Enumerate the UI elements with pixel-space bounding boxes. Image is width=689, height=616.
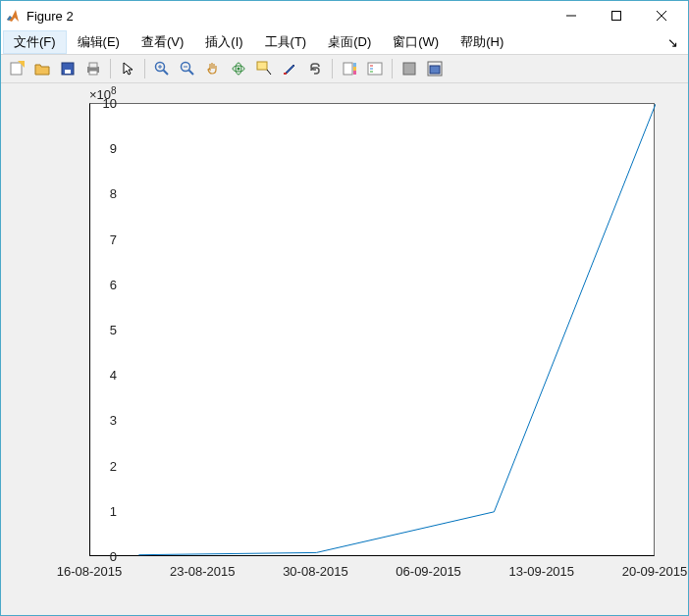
menubar: 文件(F) 编辑(E) 查看(V) 插入(I) 工具(T) 桌面(D) 窗口(W… [1,30,688,54]
zoom-out-icon[interactable] [176,57,199,80]
svg-point-20 [238,68,240,71]
dock-toggle-icon[interactable]: ↘ [667,35,686,50]
menu-help[interactable]: 帮助(H) [450,30,514,54]
svg-rect-21 [257,62,267,70]
y-tick-label: 10 [68,96,117,111]
separator [144,59,145,78]
titlebar: Figure 2 [1,1,688,30]
svg-rect-7 [65,70,71,74]
window-title: Figure 2 [26,9,74,24]
pointer-icon[interactable] [116,57,139,80]
plot-area: ×108 012345678910 16-08-201523-08-201530… [1,83,688,615]
y-tick-label: 4 [68,368,117,383]
y-tick-label: 6 [68,277,117,291]
link-plot-icon[interactable] [303,57,327,80]
svg-rect-4 [11,63,22,75]
separator [110,59,111,78]
y-tick-label: 7 [68,231,117,246]
x-tick-label: 13-09-2015 [509,564,575,579]
data-cursor-icon[interactable] [252,57,276,80]
separator [332,59,333,78]
x-tick-label: 16-08-2015 [57,564,123,579]
save-icon[interactable] [56,57,80,80]
menu-file[interactable]: 文件(F) [3,30,67,54]
y-tick-label: 8 [68,186,117,201]
axes[interactable] [89,103,655,556]
svg-rect-10 [89,71,97,75]
x-tick-label: 23-08-2015 [170,564,236,579]
menu-window[interactable]: 窗口(W) [382,30,450,54]
y-tick-label: 2 [68,458,117,473]
toolbar [1,54,688,83]
svg-line-16 [189,71,194,76]
svg-rect-32 [403,63,415,75]
dock-icon[interactable] [423,57,447,80]
new-figure-icon[interactable] [5,57,28,80]
menu-tools[interactable]: 工具(T) [254,30,318,54]
svg-rect-1 [612,12,621,21]
y-tick-label: 5 [68,323,117,337]
y-tick-label: 1 [68,503,117,518]
x-tick-label: 30-08-2015 [283,564,348,579]
rotate3d-icon[interactable] [227,57,250,80]
svg-rect-9 [89,63,97,68]
close-button[interactable] [639,1,684,30]
y-tick-label: 9 [68,141,117,156]
separator [392,59,393,78]
x-tick-label: 06-09-2015 [396,564,461,579]
svg-rect-26 [353,63,356,67]
brush-icon[interactable] [278,57,301,80]
menu-insert[interactable]: 插入(I) [194,30,253,54]
pan-icon[interactable] [201,57,225,80]
y-tick-label: 0 [68,549,117,564]
svg-rect-24 [344,63,352,75]
svg-rect-34 [430,66,440,74]
data-line [90,104,656,557]
svg-line-22 [267,70,271,75]
menu-desktop[interactable]: 桌面(D) [317,30,382,54]
zoom-in-icon[interactable] [150,57,174,80]
hide-tools-icon[interactable] [398,57,421,80]
minimize-button[interactable] [549,1,594,30]
colorbar-icon[interactable] [338,57,361,80]
legend-icon[interactable] [363,57,387,80]
y-tick-label: 3 [68,413,117,428]
svg-rect-23 [284,73,287,75]
svg-line-12 [164,71,169,76]
print-icon[interactable] [81,57,105,80]
open-icon[interactable] [30,57,54,80]
menu-edit[interactable]: 编辑(E) [67,30,131,54]
x-tick-label: 20-09-2015 [622,564,688,579]
maximize-button[interactable] [594,1,639,30]
matlab-icon [5,8,21,24]
menu-view[interactable]: 查看(V) [131,30,194,54]
svg-rect-27 [353,67,356,71]
